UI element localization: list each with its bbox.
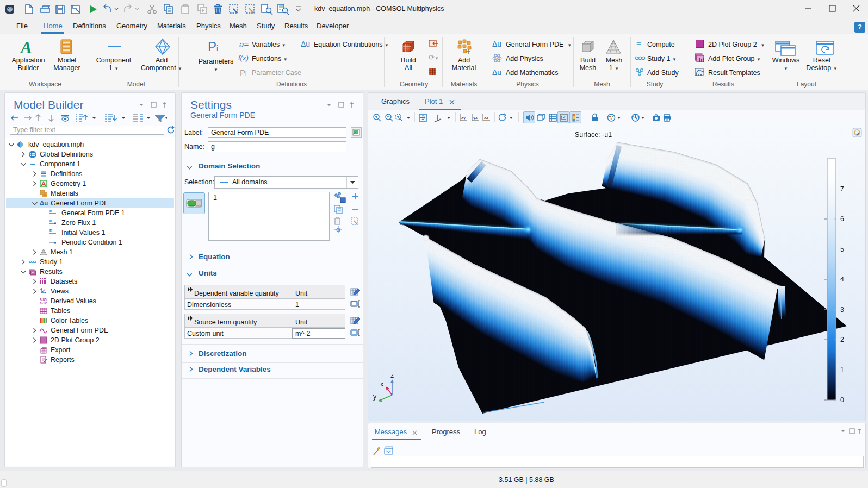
svg-text:5: 5: [840, 246, 844, 253]
svg-text:1: 1: [840, 366, 844, 374]
svg-text:yz: yz: [473, 115, 478, 120]
svg-text:xz: xz: [484, 115, 488, 120]
svg-text:6: 6: [840, 215, 844, 223]
svg-text:x: x: [380, 380, 384, 388]
svg-text:xy: xy: [461, 115, 466, 120]
svg-text:7: 7: [840, 185, 844, 193]
svg-text:z: z: [390, 372, 394, 379]
svg-text:0: 0: [840, 396, 844, 403]
svg-text:3: 3: [840, 306, 844, 314]
svg-text:2: 2: [840, 336, 844, 343]
svg-text:4: 4: [840, 276, 844, 283]
svg-text:y: y: [373, 393, 377, 401]
